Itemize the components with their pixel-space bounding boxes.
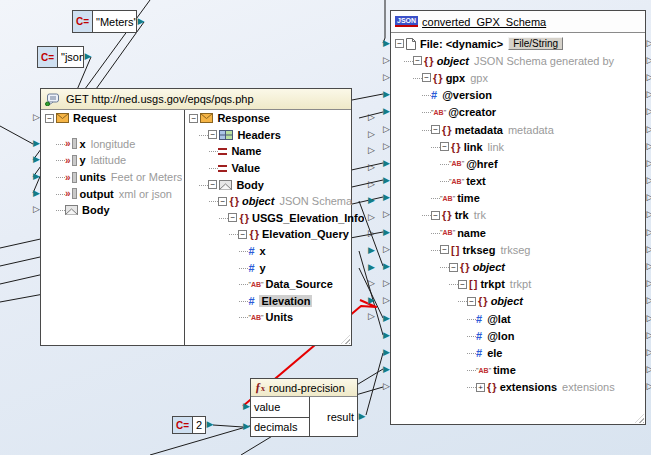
input-connector[interactable]: ▷ [33, 114, 40, 123]
constant-json[interactable]: C= "json" ▶ [37, 46, 84, 68]
output-connector[interactable]: ▷ [368, 163, 375, 172]
output-connector[interactable]: ▷ [647, 90, 651, 99]
collapse-icon[interactable]: − [45, 114, 54, 123]
tree-row-trk[interactable]: ▷−{ }trktrk▷ [391, 207, 645, 224]
input-connector[interactable]: ▶ [383, 176, 390, 185]
collapse-icon[interactable]: − [413, 56, 422, 65]
wire-header-to-version[interactable] [352, 94, 383, 100]
output-connector[interactable]: ▷ [647, 331, 651, 340]
input-connector[interactable]: ▶ [383, 331, 390, 340]
tree-row-y[interactable]: ▶»ylatitude [41, 152, 184, 169]
input-connector[interactable]: ▶ [383, 39, 390, 48]
input-connector[interactable]: ▶ [383, 262, 390, 271]
input-connector[interactable]: ▷ [383, 383, 390, 392]
output-connector[interactable]: ▶ [368, 296, 375, 305]
input-connector[interactable]: ▷ [383, 125, 390, 134]
constant-2[interactable]: C= 2 ▶ [172, 416, 206, 434]
tree-row-units[interactable]: "AB"Units▷ [185, 309, 366, 326]
tree-row-@version[interactable]: ▶#@version▷ [391, 87, 645, 104]
tree-row-x[interactable]: #x▶ [185, 243, 366, 260]
input-connector[interactable]: ▶ [383, 348, 390, 357]
input-connector[interactable]: ▶ [383, 365, 390, 374]
tree-row-body[interactable]: −Body▷ [185, 176, 366, 193]
wire-result-to-ele[interactable] [366, 353, 383, 415]
output-connector[interactable]: ▷ [368, 147, 375, 156]
input-connector[interactable]: ▶ [383, 108, 390, 117]
output-connector[interactable]: ▷ [368, 313, 375, 322]
output-connector[interactable]: ▷ [647, 142, 651, 151]
output-connector[interactable]: ▶ [138, 17, 145, 26]
output-connector[interactable]: ▷ [647, 176, 651, 185]
function-round-precision[interactable]: ƒx round-precision ▶ value ▶ decimals re… [250, 378, 358, 437]
tree-row-@lon[interactable]: ▶#@lon▷ [391, 327, 645, 344]
output-connector[interactable]: ▷ [647, 262, 651, 271]
output-connector[interactable]: ▷ [368, 130, 375, 139]
tree-row-output[interactable]: ▶»outputxml or json [41, 185, 184, 202]
output-connector[interactable]: ▷ [647, 383, 651, 392]
input-connector[interactable]: ▷ [383, 56, 390, 65]
collapse-icon[interactable]: − [208, 130, 217, 139]
output-connector[interactable]: ▷ [368, 180, 375, 189]
output-connector[interactable]: ▷ [647, 365, 651, 374]
tree-row-name[interactable]: ▶"AB"name▷ [391, 224, 645, 241]
tree-row-extensions[interactable]: ▷+{ }extensionsextensions▷ [391, 379, 645, 396]
output-connector[interactable]: ▷ [647, 314, 651, 323]
output-connector[interactable]: ▶ [207, 420, 214, 429]
output-connector[interactable]: ▶ [359, 412, 366, 421]
tree-row-object[interactable]: ▷−{ }object▷ [391, 293, 645, 310]
output-connector[interactable]: ▷ [647, 211, 651, 220]
input-connector[interactable]: ▷ [383, 73, 390, 82]
tree-row-@href[interactable]: ▶"AB"@href▷ [391, 155, 645, 172]
file-string-button[interactable]: File/String [508, 37, 563, 50]
tree-row-link[interactable]: ▷−{ }linklink▷ [391, 138, 645, 155]
tree-row-file-dynamic-[interactable]: ▶−File: <dynamic>File/String▷ [391, 35, 645, 52]
output-connector[interactable]: ▷ [647, 280, 651, 289]
output-connector[interactable]: ▷ [368, 280, 375, 289]
input-connector[interactable]: ▶ [383, 90, 390, 99]
output-connector[interactable]: ▷ [647, 245, 651, 254]
resize-grip[interactable] [635, 414, 644, 423]
output-connector[interactable]: ▷ [647, 348, 651, 357]
tree-row-metadata[interactable]: ▷−{ }metadatametadata▷ [391, 121, 645, 138]
input-connector[interactable]: ▶ [33, 139, 40, 148]
tree-row-trkpt[interactable]: ▷−[ ]trkpttrkpt▷ [391, 276, 645, 293]
tree-row-name[interactable]: Name▷ [185, 143, 366, 160]
output-connector[interactable]: ▷ [647, 228, 651, 237]
input-connector[interactable]: ▶ [243, 423, 250, 432]
collapse-icon[interactable]: − [440, 245, 449, 254]
output-connector[interactable]: ▷ [647, 108, 651, 117]
tree-row-units[interactable]: ▶»unitsFeet or Meters [41, 169, 184, 186]
collapse-icon[interactable]: − [189, 114, 198, 123]
expand-icon[interactable]: + [476, 383, 485, 392]
tree-row-@creator[interactable]: ▶"AB"@creator▷ [391, 104, 645, 121]
input-connector[interactable]: ▶ [383, 159, 390, 168]
tree-row-object[interactable]: ▶−{ }object▷ [391, 258, 645, 275]
collapse-icon[interactable]: − [440, 142, 449, 151]
input-connector[interactable]: ▷ [383, 211, 390, 220]
collapse-icon[interactable]: − [449, 263, 458, 272]
output-connector[interactable]: ▷ [647, 56, 651, 65]
collapse-icon[interactable]: − [228, 213, 237, 222]
output-connector[interactable]: ▷ [647, 159, 651, 168]
input-connector[interactable]: ▶ [383, 228, 390, 237]
tree-row-value[interactable]: Value▷ [185, 160, 366, 177]
input-connector[interactable]: ▶ [243, 402, 250, 411]
output-connector[interactable]: ▷ [368, 230, 375, 239]
output-connector[interactable]: ▶ [368, 197, 375, 206]
tree-row-elevation-query[interactable]: −{ }Elevation_Query▷ [185, 226, 366, 243]
collapse-icon[interactable]: − [208, 180, 217, 189]
wire-left-to-x[interactable] [0, 126, 33, 144]
collapse-icon[interactable]: − [467, 297, 476, 306]
collapse-icon[interactable]: − [431, 125, 440, 134]
constant-meters[interactable]: C= "Meters" ▶ [72, 10, 137, 33]
output-connector[interactable]: ▷ [647, 194, 651, 203]
input-connector[interactable]: ▷ [383, 142, 390, 151]
input-connector[interactable]: ▶ [33, 156, 40, 165]
output-connector[interactable]: ▶ [368, 263, 375, 272]
tree-row-data-source[interactable]: "AB"Data_Source▷ [185, 276, 366, 293]
tree-row-response[interactable]: −Response▷ [185, 110, 366, 127]
tree-row-time[interactable]: ▶"AB"time▷ [391, 362, 645, 379]
output-connector[interactable]: ▷ [647, 125, 651, 134]
function-input-decimals[interactable]: ▶ decimals [251, 418, 309, 438]
tree-row-time[interactable]: ▶"AB"time▷ [391, 190, 645, 207]
